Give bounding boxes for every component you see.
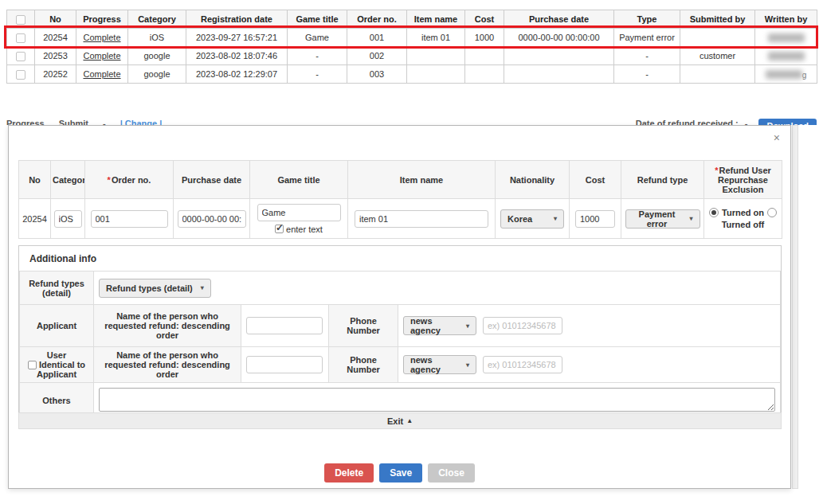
- cell-no: 20252: [35, 65, 76, 84]
- cell-item-name: [407, 47, 465, 65]
- table-row[interactable]: 20254 Complete iOS 2023-09-27 16:57:21 G…: [7, 29, 817, 47]
- exit-collapse-bar[interactable]: Exit ▲: [18, 412, 782, 429]
- cell-registration-date: 2023-09-27 16:57:21: [186, 29, 288, 47]
- refund-types-select[interactable]: Refund types (detail) ▾: [99, 279, 211, 298]
- close-icon[interactable]: ×: [774, 132, 780, 143]
- download-button[interactable]: Download: [758, 119, 817, 125]
- cell-cost: [465, 47, 504, 65]
- modal-footer: Delete Save Close: [9, 463, 790, 483]
- delete-button[interactable]: Delete: [324, 463, 374, 483]
- col-written-by: Written by: [755, 10, 817, 29]
- cell-type: Payment error: [614, 29, 680, 47]
- form-col-order-no: *Order no.: [85, 161, 174, 199]
- cell-purchase-date: [504, 65, 614, 84]
- table-header-row: No Progress Category Registration date G…: [7, 10, 817, 29]
- form-col-cost: Cost: [570, 161, 621, 199]
- form-col-no: No: [19, 161, 51, 199]
- exit-label: Exit: [387, 416, 403, 426]
- enter-text-checkbox[interactable]: [275, 225, 284, 233]
- progress-link[interactable]: Complete: [83, 33, 120, 42]
- applicant-row: Applicant Name of the person who request…: [20, 305, 781, 347]
- cell-written-by: g: [755, 65, 817, 84]
- chevron-up-icon: ▲: [406, 417, 413, 424]
- cell-game-title: -: [288, 65, 347, 84]
- col-order-no: Order no.: [347, 10, 407, 29]
- progress-link[interactable]: Complete: [83, 51, 120, 61]
- cell-type: -: [614, 65, 680, 84]
- change-link[interactable]: | Change |: [120, 119, 163, 125]
- cell-no: 20253: [35, 47, 76, 65]
- close-button[interactable]: Close: [428, 463, 475, 483]
- applicant-name-input[interactable]: [246, 317, 323, 334]
- table-row[interactable]: 20252 Complete google 2023-08-02 12:29:0…: [7, 65, 817, 84]
- applicant-phone-input[interactable]: [483, 317, 562, 334]
- cell-item-name: item 01: [407, 29, 465, 47]
- col-progress: Progress: [76, 10, 128, 29]
- form-col-refund-type: Refund type: [621, 161, 704, 199]
- category-input[interactable]: [54, 210, 82, 228]
- modal-scrollbar[interactable]: [792, 125, 798, 489]
- refund-types-row: Refund types (detail) Refund types (deta…: [20, 272, 781, 305]
- col-submitted-by: Submitted by: [680, 10, 755, 29]
- cell-submitted-by: [680, 29, 755, 47]
- applicant-label: Applicant: [20, 305, 94, 347]
- table-row[interactable]: 20253 Complete google 2023-08-02 18:07:4…: [7, 47, 817, 65]
- cell-no: 20254: [35, 29, 76, 47]
- save-button[interactable]: Save: [379, 463, 422, 483]
- cell-written-by: [755, 47, 817, 65]
- chevron-down-icon: ▾: [689, 215, 692, 222]
- row-checkbox[interactable]: [16, 33, 25, 43]
- cell-cost: 1000: [465, 29, 504, 47]
- cell-category: google: [128, 65, 186, 84]
- game-title-input[interactable]: [257, 204, 341, 221]
- user-name-input[interactable]: [246, 356, 323, 373]
- user-row: User Identical to Applicant Name of the …: [20, 347, 781, 383]
- cell-written-by: [755, 29, 817, 47]
- form-no-value: 20254: [19, 199, 51, 239]
- repurchase-exclusion-radios: Turned on Turned off: [709, 208, 778, 229]
- nationality-select[interactable]: Korea ▾: [500, 209, 564, 229]
- form-col-category: Category: [51, 161, 85, 199]
- order-no-input[interactable]: [91, 210, 168, 228]
- row-checkbox[interactable]: [16, 52, 25, 61]
- cell-submitted-by: [680, 65, 755, 84]
- form-col-game-title: Game title: [250, 161, 348, 199]
- refund-form-table: No Category *Order no. Purchase date Gam…: [18, 160, 782, 239]
- item-name-input[interactable]: [355, 210, 488, 228]
- date-refund-label: Date of refund received :: [636, 119, 739, 125]
- progress-link[interactable]: Complete: [83, 69, 120, 79]
- col-game-title: Game title: [288, 10, 347, 29]
- progress-label: Progress: [6, 119, 45, 125]
- redacted-text: [766, 70, 802, 79]
- additional-info-title: Additional info: [19, 246, 781, 271]
- applicant-agency-select[interactable]: news agency ▾: [403, 316, 476, 335]
- form-col-nationality: Nationality: [496, 161, 570, 199]
- turned-off-radio[interactable]: [767, 208, 777, 217]
- refund-detail-modal: × No Category *Order no. Purchase date G…: [8, 125, 791, 489]
- cell-registration-date: 2023-08-02 12:29:07: [186, 65, 288, 84]
- user-name-sublabel: Name of the person who requested refund:…: [94, 347, 241, 383]
- required-mark: *: [715, 166, 718, 175]
- redacted-text: [768, 33, 805, 42]
- cell-game-title: -: [288, 47, 347, 65]
- turned-on-radio[interactable]: [709, 208, 719, 217]
- cell-category: google: [128, 47, 186, 65]
- cost-input[interactable]: [575, 210, 615, 228]
- col-type: Type: [614, 10, 680, 29]
- select-all-checkbox[interactable]: [16, 15, 25, 25]
- user-agency-select[interactable]: news agency ▾: [403, 355, 476, 374]
- purchase-date-input[interactable]: [178, 210, 246, 228]
- chevron-down-icon: ▾: [554, 215, 557, 222]
- user-phone-label: Phone Number: [329, 347, 398, 383]
- identical-to-applicant-checkbox[interactable]: [28, 361, 37, 369]
- refund-type-select[interactable]: Payment error ▾: [625, 209, 700, 229]
- cell-order-no: 001: [347, 29, 407, 47]
- col-cost: Cost: [465, 10, 504, 29]
- applicant-phone-label: Phone Number: [329, 305, 398, 347]
- col-no: No: [35, 10, 76, 29]
- form-value-row: 20254 enter text Korea ▾: [19, 199, 782, 239]
- row-checkbox[interactable]: [16, 70, 25, 80]
- submit-label: Submit: [59, 119, 88, 125]
- others-textarea[interactable]: [99, 388, 775, 412]
- user-phone-input[interactable]: [483, 356, 562, 373]
